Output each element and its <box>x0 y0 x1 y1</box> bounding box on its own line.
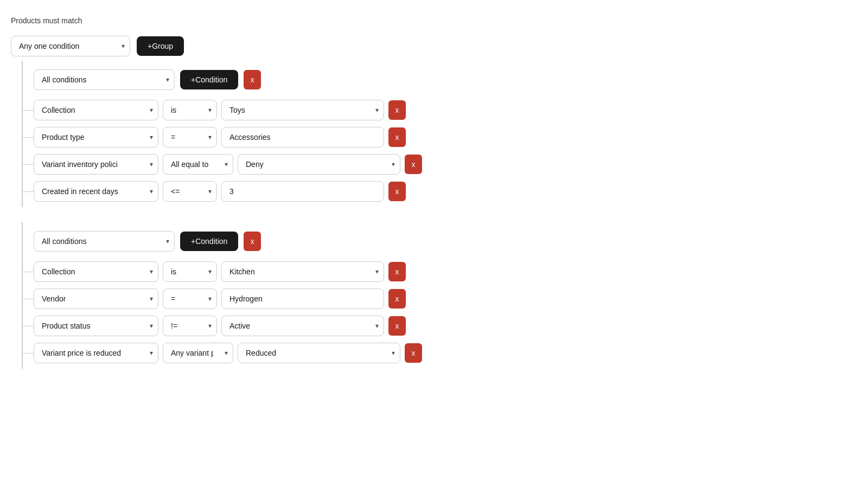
group-2-condition-3-value-wrapper: Active▾ <box>221 316 384 336</box>
group-2-condition-3-field-select[interactable]: Product status <box>34 316 158 336</box>
group-1-condition-1-operator-select[interactable]: is <box>163 100 217 120</box>
groups-container: All conditionsAny one condition▾+Conditi… <box>11 61 857 369</box>
group-2-condition-2-field-select[interactable]: Vendor <box>34 288 158 309</box>
group-2-condition-3: Product status▾!=▾Active▾x <box>23 312 857 339</box>
condition-tick-line <box>23 326 34 326</box>
group-2-header: All conditionsAny one condition▾+Conditi… <box>23 224 857 258</box>
group-2-condition-1-value-wrapper: Kitchen▾ <box>221 261 384 282</box>
condition-tick-line <box>23 164 34 165</box>
group-2-condition-4-operator-select[interactable]: Any variant price is <box>163 343 233 363</box>
group-2-condition-3-operator-select[interactable]: != <box>163 316 217 336</box>
group-1-condition-1: Collection▾is▾Toys▾x <box>23 97 857 124</box>
group-2: All conditionsAny one condition▾+Conditi… <box>22 222 857 369</box>
group-1-condition-1-field-wrapper: Collection▾ <box>34 100 158 120</box>
group-2-condition-1-remove-button[interactable]: x <box>388 262 406 281</box>
group-1-condition-4-operator-select[interactable]: <= <box>163 181 217 202</box>
group-1-condition-4-value-input[interactable] <box>221 181 384 202</box>
group-1-condition-1-field-select[interactable]: Collection <box>34 100 158 120</box>
group-2-condition-1-value-select[interactable]: Kitchen <box>221 261 384 282</box>
group-1-condition-2-operator-select[interactable]: = <box>163 127 217 147</box>
group-2-condition-3-value-select[interactable]: Active <box>221 316 384 336</box>
condition-tick-line <box>23 299 34 299</box>
group-1-condition-1-value-select[interactable]: Toys <box>221 100 384 120</box>
group-1-condition-3-value-select[interactable]: Deny <box>238 154 400 175</box>
page-title: Products must match <box>11 16 857 25</box>
group-1-condition-3-field-wrapper: Variant inventory polici▾ <box>34 154 158 175</box>
group-1-condition-3: Variant inventory polici▾All equal to▾De… <box>23 151 857 178</box>
group-2-condition-4-field-wrapper: Variant price is reduced▾ <box>34 343 158 363</box>
group-2-condition-1-operator-wrapper: is▾ <box>163 261 217 282</box>
group-1-condition-2-field-wrapper: Product type▾ <box>34 127 158 147</box>
match-condition-wrapper: Any one condition All conditions ▾ <box>11 36 130 56</box>
group-1: All conditionsAny one condition▾+Conditi… <box>22 61 857 207</box>
group-2-condition-4-value-select[interactable]: Reduced <box>238 343 400 363</box>
group-1-condition-2-remove-button[interactable]: x <box>388 127 406 147</box>
group-1-condition-4-remove-button[interactable]: x <box>388 182 406 201</box>
group-2-remove-button[interactable]: x <box>244 232 261 251</box>
group-2-condition-2-value-input[interactable] <box>221 288 384 309</box>
group-2-condition-3-operator-wrapper: !=▾ <box>163 316 217 336</box>
group-1-condition-4-operator-wrapper: <=▾ <box>163 181 217 202</box>
group-2-condition-2-operator-select[interactable]: = <box>163 288 217 309</box>
group-1-condition-2-operator-wrapper: =▾ <box>163 127 217 147</box>
group-1-condition-3-operator-wrapper: All equal to▾ <box>163 154 233 175</box>
group-1-condition-2-field-select[interactable]: Product type <box>34 127 158 147</box>
group-2-add-condition-button[interactable]: +Condition <box>180 232 238 251</box>
condition-tick-line <box>23 191 34 192</box>
group-1-condition-1-operator-wrapper: is▾ <box>163 100 217 120</box>
group-2-condition-1-field-wrapper: Collection▾ <box>34 261 158 282</box>
group-2-match-select[interactable]: All conditionsAny one condition <box>34 231 175 252</box>
top-row: Any one condition All conditions ▾ +Grou… <box>11 36 857 56</box>
group-1-condition-1-remove-button[interactable]: x <box>388 100 406 120</box>
group-1-condition-3-field-select[interactable]: Variant inventory polici <box>34 154 158 175</box>
add-group-button[interactable]: +Group <box>137 36 184 56</box>
group-1-remove-button[interactable]: x <box>244 70 261 89</box>
group-1-match-select[interactable]: All conditionsAny one condition <box>34 69 175 90</box>
group-2-condition-4: Variant price is reduced▾Any variant pri… <box>23 339 857 367</box>
group-1-header: All conditionsAny one condition▾+Conditi… <box>23 63 857 97</box>
condition-tick-line <box>23 353 34 354</box>
group-2-condition-1-operator-select[interactable]: is <box>163 261 217 282</box>
group-2-condition-3-remove-button[interactable]: x <box>388 316 406 336</box>
group-2-condition-4-operator-wrapper: Any variant price is▾ <box>163 343 233 363</box>
group-2-match-wrapper: All conditionsAny one condition▾ <box>34 231 175 252</box>
condition-tick-line <box>23 137 34 138</box>
group-2-condition-1: Collection▾is▾Kitchen▾x <box>23 258 857 285</box>
group-2-condition-4-field-select[interactable]: Variant price is reduced <box>34 343 158 363</box>
group-1-condition-2-value-input[interactable] <box>221 127 384 147</box>
group-1-condition-1-value-wrapper: Toys▾ <box>221 100 384 120</box>
group-2-condition-2: Vendor▾=▾x <box>23 285 857 312</box>
group-1-condition-3-operator-select[interactable]: All equal to <box>163 154 233 175</box>
condition-tick-line <box>23 110 34 111</box>
condition-tick-line <box>23 272 34 272</box>
group-1-condition-3-value-wrapper: Deny▾ <box>238 154 400 175</box>
group-2-condition-3-field-wrapper: Product status▾ <box>34 316 158 336</box>
group-2-condition-2-operator-wrapper: =▾ <box>163 288 217 309</box>
group-2-condition-1-field-select[interactable]: Collection <box>34 261 158 282</box>
group-1-add-condition-button[interactable]: +Condition <box>180 70 238 89</box>
match-condition-select[interactable]: Any one condition All conditions <box>11 36 130 56</box>
group-1-match-wrapper: All conditionsAny one condition▾ <box>34 69 175 90</box>
group-1-condition-2: Product type▾=▾x <box>23 124 857 151</box>
group-2-condition-4-value-wrapper: Reduced▾ <box>238 343 400 363</box>
group-2-condition-4-remove-button[interactable]: x <box>405 343 422 363</box>
group-1-condition-4: Created in recent days▾<=▾x <box>23 178 857 205</box>
group-2-condition-2-field-wrapper: Vendor▾ <box>34 288 158 309</box>
group-2-condition-2-remove-button[interactable]: x <box>388 289 406 309</box>
group-1-condition-4-field-select[interactable]: Created in recent days <box>34 181 158 202</box>
group-1-condition-4-field-wrapper: Created in recent days▾ <box>34 181 158 202</box>
group-1-condition-3-remove-button[interactable]: x <box>405 155 422 174</box>
